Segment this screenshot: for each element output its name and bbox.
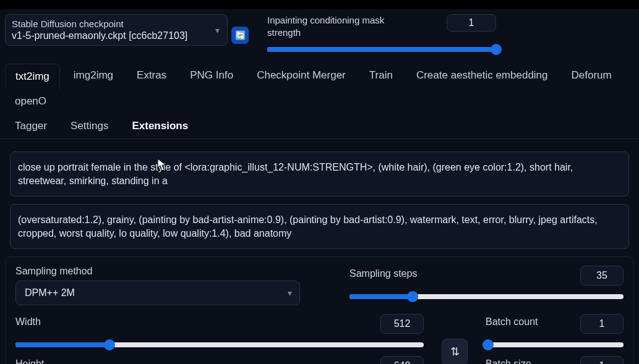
swap-dimensions-button[interactable]: ⇅ <box>442 339 468 364</box>
checkpoint-block: Stable Diffusion checkpoint v1-5-pruned-… <box>5 14 249 46</box>
mask-strength-slider[interactable] <box>267 47 496 52</box>
mask-strength-block: Inpainting conditioning mask strength 1 <box>267 14 496 52</box>
sampling-method-label: Sampling method <box>15 266 312 277</box>
mask-strength-label: Inpainting conditioning mask strength <box>267 14 391 38</box>
batch-size-value[interactable]: 1 <box>580 356 624 364</box>
tab-openo[interactable]: openO <box>5 89 56 114</box>
tab-txt2img[interactable]: txt2img <box>5 64 60 90</box>
mask-strength-value[interactable]: 1 <box>447 14 496 32</box>
sampling-steps-value[interactable]: 35 <box>580 266 624 286</box>
width-value[interactable]: 512 <box>380 314 424 334</box>
negative-prompt-text: (oversaturated:1.2), grainy, (painting b… <box>18 214 598 239</box>
height-value[interactable]: 640 <box>380 356 424 364</box>
checkpoint-value: v1-5-pruned-emaonly.ckpt [cc6cb27103] <box>12 30 221 41</box>
tab-deforum[interactable]: Deforum <box>562 63 622 89</box>
batch-size-label: Batch size <box>486 358 531 364</box>
tab-checkpoint-merger[interactable]: Checkpoint Merger <box>247 63 356 89</box>
tab-settings[interactable]: Settings <box>61 114 118 138</box>
window-top-bar <box>0 0 639 9</box>
header-row: Stable Diffusion checkpoint v1-5-pruned-… <box>0 9 639 57</box>
negative-prompt[interactable]: (oversaturated:1.2), grainy, (painting b… <box>10 204 629 249</box>
sampling-method-select[interactable]: DPM++ 2M ▾ <box>15 281 300 305</box>
refresh-icon: 🔄 <box>235 30 246 40</box>
refresh-button[interactable]: 🔄 <box>231 27 249 44</box>
tab-tagger[interactable]: Tagger <box>5 114 57 138</box>
width-slider[interactable] <box>15 342 424 347</box>
tab-extensions[interactable]: Extensions <box>122 114 198 138</box>
tab-train[interactable]: Train <box>359 63 403 89</box>
batch-count-label: Batch count <box>486 316 538 328</box>
main-tabs: txt2img img2img Extras PNG Info Checkpoi… <box>0 57 639 139</box>
chevron-down-icon: ▾ <box>288 288 292 298</box>
tab-pnginfo[interactable]: PNG Info <box>180 63 243 89</box>
tab-aesthetic-embedding[interactable]: Create aesthetic embedding <box>406 63 558 89</box>
generation-settings-panel: Sampling method DPM++ 2M ▾ Sampling step… <box>5 256 634 364</box>
sampling-method-value: DPM++ 2M <box>25 287 75 298</box>
batch-count-value[interactable]: 1 <box>580 314 624 334</box>
checkpoint-label: Stable Diffusion checkpoint <box>12 19 221 29</box>
checkpoint-select[interactable]: Stable Diffusion checkpoint v1-5-pruned-… <box>5 14 228 46</box>
height-label: Height <box>15 358 44 364</box>
width-label: Width <box>15 316 41 328</box>
tab-img2img[interactable]: img2img <box>64 63 123 89</box>
prompt-panel: close up portrait female in the style of… <box>5 145 634 249</box>
batch-count-slider[interactable] <box>486 342 624 347</box>
text-cursor-icon <box>157 158 167 176</box>
sampling-steps-label: Sampling steps <box>350 268 417 279</box>
positive-prompt-text: close up portrait female in the style of… <box>18 162 573 186</box>
swap-icon: ⇅ <box>450 345 460 358</box>
sampling-steps-slider[interactable] <box>350 294 624 299</box>
tab-extras[interactable]: Extras <box>127 63 176 89</box>
positive-prompt[interactable]: close up portrait female in the style of… <box>10 151 629 197</box>
